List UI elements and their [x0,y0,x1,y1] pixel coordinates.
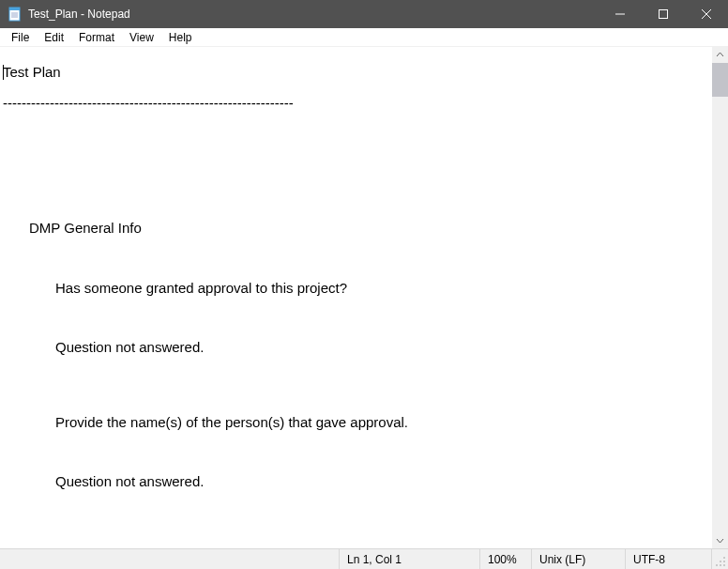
scroll-down-arrow-icon[interactable] [712,532,728,548]
answer-2: Question not answered. [3,474,712,490]
menu-format[interactable]: Format [71,28,122,46]
vertical-scrollbar[interactable] [712,47,728,548]
resize-grip-icon[interactable] [711,549,728,569]
status-line-ending: Unix (LF) [531,549,625,569]
menu-edit[interactable]: Edit [37,28,71,46]
svg-point-9 [723,557,725,559]
status-zoom: 100% [479,549,531,569]
menu-file[interactable]: File [4,28,37,46]
svg-point-14 [716,564,718,566]
doc-title-line: Test Plan [3,64,61,80]
svg-rect-1 [9,8,20,10]
menu-view[interactable]: View [122,28,161,46]
separator-line: ----------------------------------------… [3,96,712,112]
svg-point-11 [720,561,721,562]
question-1: Has someone granted approval to this pro… [3,281,712,297]
notepad-icon [8,7,23,22]
title-bar: Test_Plan - Notepad [0,0,728,28]
menu-bar: File Edit Format View Help [0,28,728,47]
status-cursor-position: Ln 1, Col 1 [339,549,479,569]
maximize-button[interactable] [642,0,685,28]
section-heading: DMP General Info [3,221,712,237]
svg-point-12 [723,564,725,566]
close-button[interactable] [685,0,728,28]
text-editor[interactable]: Test Plan ------------------------------… [0,47,712,548]
scroll-up-arrow-icon[interactable] [712,47,728,63]
menu-help[interactable]: Help [161,28,200,46]
svg-rect-6 [660,10,668,19]
svg-point-13 [720,564,721,566]
status-encoding: UTF-8 [625,549,711,569]
answer-1: Question not answered. [3,340,712,356]
svg-point-10 [723,561,725,562]
scrollbar-thumb[interactable] [712,63,728,97]
window-title: Test_Plan - Notepad [28,8,130,21]
scrollbar-track[interactable] [712,63,728,532]
window-controls [599,0,728,28]
minimize-button[interactable] [599,0,642,28]
question-2: Provide the name(s) of the person(s) tha… [3,415,712,431]
status-bar: Ln 1, Col 1 100% Unix (LF) UTF-8 [0,548,728,569]
